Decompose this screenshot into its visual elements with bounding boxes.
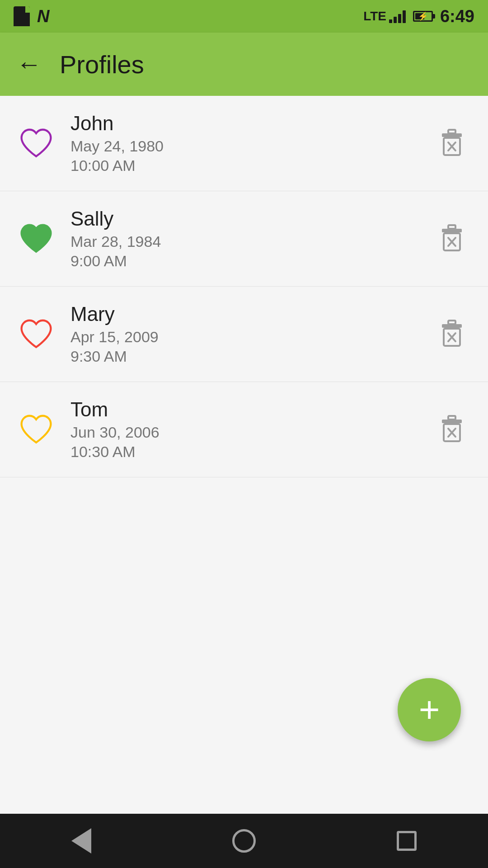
- svg-rect-1: [442, 133, 462, 137]
- battery-lightning: ⚡: [418, 11, 428, 21]
- delete-profile-button[interactable]: [434, 316, 470, 352]
- back-button[interactable]: ←: [16, 52, 42, 77]
- svg-rect-10: [448, 321, 455, 324]
- list-item[interactable]: JohnMay 24, 198010:00 AM: [0, 96, 488, 191]
- lte-signal-group: LTE: [363, 9, 406, 24]
- profile-name: Mary: [70, 303, 434, 326]
- svg-rect-11: [442, 324, 462, 328]
- battery-icon: ⚡: [413, 11, 433, 22]
- add-icon: +: [419, 692, 440, 728]
- status-time: 6:49: [440, 7, 474, 26]
- fab-container: +: [398, 678, 461, 741]
- status-bar: N LTE ⚡ 6:49: [0, 0, 488, 33]
- delete-profile-button[interactable]: [434, 221, 470, 257]
- heart-icon: [18, 411, 54, 448]
- profile-date: Jun 30, 2006: [70, 424, 434, 441]
- heart-icon: [18, 221, 54, 257]
- svg-rect-6: [442, 229, 462, 232]
- lte-label: LTE: [363, 9, 386, 24]
- back-triangle-icon: [71, 828, 91, 854]
- profile-date: Mar 28, 1984: [70, 233, 434, 250]
- profile-date: Apr 15, 2009: [70, 328, 434, 346]
- nav-home-button[interactable]: [226, 823, 262, 859]
- profile-time: 10:30 AM: [70, 443, 434, 461]
- svg-rect-16: [442, 420, 462, 423]
- profile-info: MaryApr 15, 20099:30 AM: [54, 303, 434, 365]
- svg-rect-5: [448, 225, 455, 229]
- delete-profile-button[interactable]: [434, 125, 470, 161]
- profile-info: SallyMar 28, 19849:00 AM: [54, 208, 434, 270]
- profile-info: TomJun 30, 200610:30 AM: [54, 398, 434, 461]
- notification-icon: N: [37, 7, 49, 26]
- status-bar-left: N: [14, 6, 49, 26]
- profile-date: May 24, 1980: [70, 137, 434, 155]
- svg-rect-15: [448, 416, 455, 420]
- profile-time: 10:00 AM: [70, 157, 434, 175]
- profile-time: 9:30 AM: [70, 348, 434, 365]
- list-item[interactable]: MaryApr 15, 20099:30 AM: [0, 287, 488, 382]
- list-item[interactable]: TomJun 30, 200610:30 AM: [0, 382, 488, 477]
- nav-recents-button[interactable]: [389, 823, 425, 859]
- app-bar: ← Profiles: [0, 33, 488, 96]
- navigation-bar: [0, 814, 488, 868]
- profile-time: 9:00 AM: [70, 252, 434, 270]
- recents-square-icon: [397, 831, 417, 851]
- profile-name: Sally: [70, 208, 434, 230]
- heart-icon: [18, 125, 54, 161]
- profile-name: John: [70, 112, 434, 135]
- status-bar-right: LTE ⚡ 6:49: [363, 7, 474, 26]
- profile-name: Tom: [70, 398, 434, 421]
- page-title: Profiles: [60, 50, 144, 79]
- content-wrapper: JohnMay 24, 198010:00 AM SallyMar 28, 19…: [0, 96, 488, 814]
- heart-icon: [18, 316, 54, 352]
- signal-bar-4: [403, 10, 406, 23]
- signal-bar-1: [389, 19, 392, 23]
- signal-bars: [389, 9, 406, 23]
- list-item[interactable]: SallyMar 28, 19849:00 AM: [0, 191, 488, 287]
- profile-info: JohnMay 24, 198010:00 AM: [54, 112, 434, 175]
- add-profile-button[interactable]: +: [398, 678, 461, 741]
- svg-rect-0: [448, 130, 455, 133]
- home-circle-icon: [232, 829, 256, 853]
- signal-bar-3: [398, 14, 401, 23]
- signal-bar-2: [394, 17, 397, 23]
- nav-back-button[interactable]: [63, 823, 99, 859]
- delete-profile-button[interactable]: [434, 411, 470, 448]
- sd-card-icon: [14, 6, 30, 26]
